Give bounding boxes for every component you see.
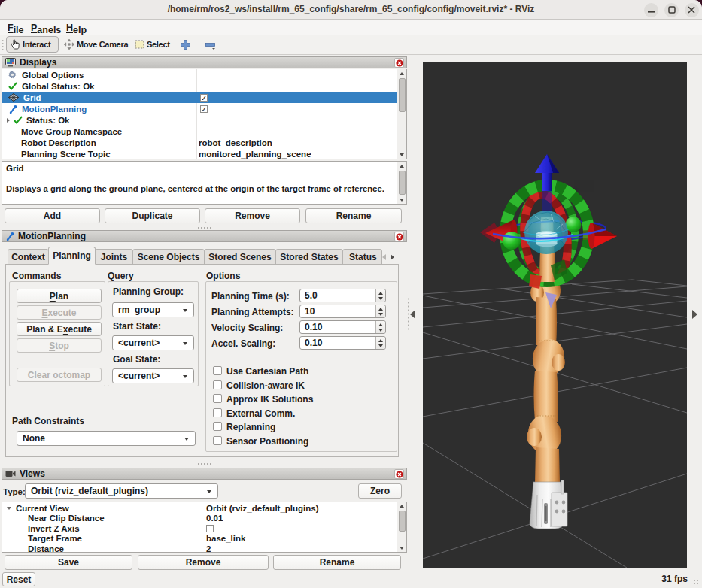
tab-scene-objects[interactable]: Scene Objects	[132, 249, 205, 265]
planning-time-spin[interactable]: 5.0	[299, 289, 386, 302]
replanning-checkbox[interactable]	[213, 422, 222, 431]
robot-base[interactable]	[530, 480, 567, 529]
scroll-down-icon[interactable]	[399, 151, 406, 158]
clear-octomap-button[interactable]: Clear octomap	[17, 368, 102, 382]
scroll-up-icon[interactable]	[399, 502, 406, 509]
scroll-down-icon[interactable]	[399, 196, 406, 203]
move-camera-tool-button[interactable]: Move Camera	[60, 36, 128, 53]
external-comm-checkbox[interactable]	[213, 408, 222, 417]
displays-close-button[interactable]	[394, 58, 404, 68]
views-panel-header[interactable]: Views	[2, 468, 407, 480]
panel-splitter-handle[interactable]	[197, 462, 211, 465]
description-scrollbar[interactable]	[397, 162, 406, 204]
grid-display-icon	[8, 93, 19, 102]
minimize-button[interactable]	[644, 3, 658, 17]
views-tree-scrollbar[interactable]	[397, 502, 406, 552]
3d-viewport[interactable]	[423, 62, 687, 568]
chevron-down-icon	[183, 309, 187, 312]
motionplanning-panel-header[interactable]: MotionPlanning	[2, 230, 407, 242]
tab-stored-states[interactable]: Stored States	[275, 249, 343, 265]
green-handle-left[interactable]	[503, 232, 521, 250]
collapse-left-icon[interactable]	[410, 310, 415, 319]
scroll-up-icon[interactable]	[399, 162, 406, 169]
title-bar[interactable]: /home/rm/ros2_ws/install/rm_65_config/sh…	[0, 0, 702, 20]
add-tool-button[interactable]	[175, 36, 195, 53]
path-constraints-combo[interactable]: None	[17, 431, 196, 446]
main-splitter-handle[interactable]	[407, 297, 409, 332]
views-row-distance-value[interactable]: 2	[206, 543, 397, 553]
tab-scroll-left-icon[interactable]	[382, 250, 389, 264]
panel-splitter-handle[interactable]	[197, 226, 211, 229]
minimize-icon	[648, 6, 655, 14]
reset-button[interactable]: Reset	[2, 572, 35, 586]
expander-icon[interactable]	[7, 118, 10, 123]
goal-state-combo[interactable]: <current>	[112, 368, 194, 383]
close-button[interactable]	[685, 3, 699, 17]
scroll-down-icon[interactable]	[399, 544, 406, 551]
tree-row-mp-status[interactable]: Status: Ok	[3, 114, 397, 126]
rename-view-button[interactable]: Rename	[273, 555, 401, 570]
expander-icon[interactable]	[7, 507, 11, 510]
tab-joints[interactable]: Joints	[95, 249, 133, 265]
scrollbar-thumb[interactable]	[399, 511, 406, 532]
tab-status[interactable]: Status	[342, 249, 382, 265]
menu-help[interactable]: Help	[66, 23, 73, 33]
robot-description-value[interactable]: robot_description	[199, 137, 397, 148]
add-display-button[interactable]: Add	[5, 208, 100, 223]
tab-planning[interactable]: Planning	[48, 247, 96, 265]
planning-group-combo[interactable]: rm_group	[112, 302, 194, 317]
select-tool-button[interactable]: Select	[131, 36, 173, 53]
grid-enabled-checkbox[interactable]: ✓	[200, 94, 208, 102]
tab-context[interactable]: Context	[8, 249, 49, 265]
tree-row-scene-geometry-clipped[interactable]: Scene Geometry	[3, 159, 397, 159]
interact-tool-button[interactable]: Interact	[6, 36, 59, 53]
displays-tree-scrollbar[interactable]	[397, 69, 406, 159]
execute-button[interactable]: Execute	[17, 305, 102, 320]
maximize-button[interactable]	[664, 3, 679, 17]
approx-ik-solutions-checkbox[interactable]	[213, 394, 222, 403]
motionplanning-panel-title: MotionPlanning	[18, 231, 86, 241]
start-state-combo[interactable]: <current>	[112, 335, 194, 350]
duplicate-display-button[interactable]: Duplicate	[105, 208, 200, 223]
zero-button[interactable]: Zero	[358, 483, 402, 499]
menu-file[interactable]: File	[8, 23, 14, 33]
scroll-up-icon[interactable]	[399, 70, 406, 77]
spin-arrows-icon[interactable]	[375, 289, 385, 302]
motionplanning-close-button[interactable]	[394, 232, 404, 241]
planning-scene-topic-value[interactable]: monitored_planning_scene	[199, 148, 397, 159]
tree-row-global-status[interactable]: Global Status: Ok	[3, 80, 397, 92]
plan-and-execute-button[interactable]: Plan & Execute	[17, 322, 102, 336]
use-cartesian-path-checkbox[interactable]	[213, 366, 222, 375]
accel-scaling-spin[interactable]: 0.10	[299, 336, 386, 350]
remove-display-button[interactable]: Remove	[205, 208, 300, 223]
save-view-button[interactable]: Save	[5, 555, 132, 570]
collision-aware-ik-checkbox[interactable]	[213, 380, 222, 389]
views-close-button[interactable]	[394, 469, 404, 479]
tree-row-global-options[interactable]: Global Options	[3, 69, 397, 80]
description-text: Displays a grid along the ground plane, …	[6, 184, 394, 193]
remove-tool-button[interactable]	[199, 36, 223, 53]
plan-button[interactable]: Plan	[17, 289, 102, 303]
velocity-scaling-spin[interactable]: 0.10	[299, 320, 386, 334]
spin-arrows-icon[interactable]	[375, 321, 385, 333]
toolbar-drag-handle[interactable]	[2, 39, 4, 50]
spin-arrows-icon[interactable]	[375, 337, 385, 349]
menu-panels[interactable]: Panels	[31, 23, 37, 33]
tab-scroll-right-icon[interactable]	[391, 250, 397, 264]
remove-view-button[interactable]: Remove	[138, 555, 269, 570]
stop-button[interactable]: Stop	[17, 338, 102, 353]
scrollbar-thumb[interactable]	[399, 171, 406, 195]
resize-grip[interactable]	[693, 579, 700, 586]
invert-z-axis-checkbox[interactable]	[206, 525, 214, 532]
spin-arrows-icon[interactable]	[375, 305, 385, 317]
tree-row-move-group-namespace[interactable]: Move Group Namespace	[3, 126, 397, 137]
motionplanning-enabled-checkbox[interactable]: ✓	[200, 105, 208, 113]
scrollbar-thumb[interactable]	[399, 78, 406, 112]
displays-panel-header[interactable]: Displays	[2, 56, 407, 68]
views-type-combo[interactable]: Orbit (rviz_default_plugins)	[25, 483, 218, 499]
planning-attempts-spin[interactable]: 10	[299, 305, 386, 318]
sensor-positioning-checkbox[interactable]	[213, 436, 222, 445]
rename-display-button[interactable]: Rename	[305, 208, 402, 223]
tab-stored-scenes[interactable]: Stored Scenes	[204, 249, 276, 265]
collapse-right-icon[interactable]	[692, 310, 697, 319]
